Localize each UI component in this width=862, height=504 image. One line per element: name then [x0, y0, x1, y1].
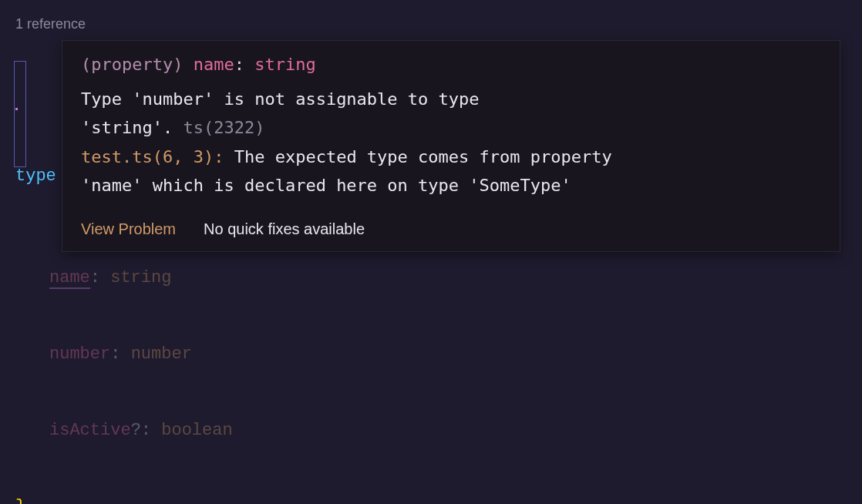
- view-problem-link[interactable]: View Problem: [81, 217, 176, 240]
- hover-tooltip: (property) name: string Type 'number' is…: [62, 40, 840, 252]
- code-line: isActive?: boolean: [15, 418, 847, 443]
- hover-error-message: Type 'number' is not assignable to type …: [62, 85, 840, 208]
- code-line: }: [15, 494, 847, 504]
- codelens-references[interactable]: 1 reference: [15, 14, 847, 35]
- hover-signature: (property) name: string: [62, 41, 840, 85]
- hover-footer: View Problem No quick fixes available: [62, 208, 840, 251]
- selection-outline: [14, 61, 26, 167]
- code-line: name: string: [15, 265, 847, 291]
- gutter-marker: [15, 108, 18, 110]
- code-line: number: number: [15, 341, 847, 367]
- error-code: ts(2322): [183, 118, 264, 137]
- keyword-type: type: [15, 166, 56, 186]
- no-quick-fixes-label: No quick fixes available: [204, 217, 365, 240]
- source-reference[interactable]: test.ts(6, 3):: [81, 147, 224, 166]
